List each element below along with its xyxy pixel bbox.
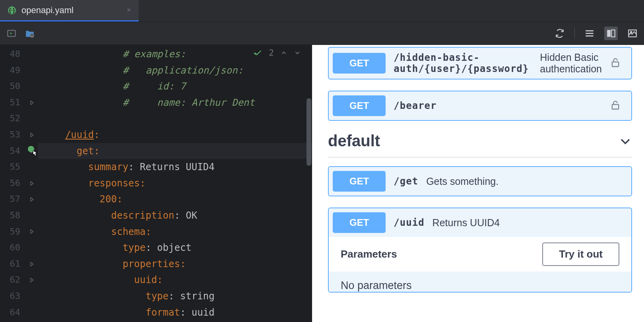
op-desc: Hidden Basic authentication (540, 52, 602, 75)
parameters-title: Parameters (341, 248, 397, 260)
editor-scrollbar-thumb[interactable] (306, 98, 311, 166)
code-line[interactable]: 200: (38, 191, 312, 208)
code-line[interactable]: # application/json: (38, 62, 312, 79)
code-line[interactable] (38, 111, 312, 127)
image-preview-icon[interactable] (627, 28, 638, 39)
line-number: 50 (0, 78, 26, 95)
op-desc: Gets something. (426, 176, 627, 187)
line-number: 53 (0, 127, 26, 143)
fold-marker (26, 46, 38, 62)
editor-toolbar (0, 22, 644, 45)
code-line[interactable]: type: string (38, 288, 312, 305)
line-number: 55 (0, 159, 26, 175)
lock-icon[interactable] (610, 57, 627, 70)
code-line[interactable]: schema: (38, 224, 312, 240)
code-line[interactable]: properties: (38, 256, 312, 272)
operation-block: GET /hidden-basic-auth/{user}/{password}… (328, 47, 632, 80)
op-path: /uuid (394, 217, 424, 228)
line-number-gutter: 4849505152535455565758596061626364 (0, 45, 26, 322)
method-badge: GET (333, 53, 386, 74)
code-line[interactable]: uuid: (38, 272, 312, 288)
swagger-preview-pane: GET /hidden-basic-auth/{user}/{password}… (312, 45, 644, 322)
svg-point-8 (630, 31, 632, 33)
op-block[interactable]: GET /get Gets something. (329, 167, 631, 196)
operation-block: GET /bearer (328, 91, 632, 121)
fold-marker[interactable] (26, 191, 38, 208)
run-config-icon[interactable] (6, 28, 17, 39)
code-line[interactable]: # name: Arthur Dent (38, 95, 312, 111)
svg-rect-6 (611, 30, 615, 37)
op-desc: Returns UUID4 (433, 217, 627, 229)
fold-gutter (26, 45, 38, 322)
fold-marker[interactable] (26, 175, 38, 192)
fold-marker (26, 111, 38, 127)
line-number: 48 (0, 46, 26, 62)
code-line[interactable]: /uuid: (38, 127, 312, 143)
try-it-out-button[interactable]: Try it out (542, 242, 619, 266)
line-number: 49 (0, 62, 26, 79)
op-block[interactable]: GET /uuid Returns UUID4 (329, 208, 631, 237)
fold-marker (26, 78, 38, 95)
mouse-cursor (30, 148, 39, 162)
no-parameters-text: No parameters (329, 272, 631, 292)
hamburger-menu-icon[interactable] (584, 28, 595, 39)
editor-pane: 4849505152535455565758596061626364 2 # e… (0, 45, 312, 322)
parameters-section: Parameters Try it out (329, 237, 631, 272)
line-number: 60 (0, 240, 26, 256)
op-path: /get (394, 176, 418, 187)
fold-marker (26, 62, 38, 79)
svg-rect-10 (612, 105, 619, 109)
fold-marker (26, 305, 38, 321)
op-block[interactable]: GET /bearer (329, 91, 631, 120)
code-line[interactable]: get: (38, 143, 312, 159)
fold-marker[interactable] (26, 256, 38, 272)
tab-bar: {·} openapi.yaml × (0, 0, 644, 22)
code-line[interactable]: format: uuid (38, 305, 312, 321)
inspection-count: 2 (269, 48, 274, 58)
inspection-widget[interactable]: 2 (254, 48, 301, 58)
fold-marker[interactable] (26, 95, 38, 111)
refresh-folder-icon[interactable] (25, 28, 35, 39)
fold-marker (26, 208, 38, 224)
workspace: 4849505152535455565758596061626364 2 # e… (0, 45, 644, 322)
code-line[interactable]: summary: Returns UUID4 (38, 159, 312, 175)
code-content[interactable]: 2 # examples: # application/json: # id: … (38, 45, 312, 322)
svg-point-1 (30, 33, 34, 38)
op-path: /hidden-basic-auth/{user}/{password} (394, 52, 532, 74)
fold-marker[interactable] (26, 127, 38, 143)
openapi-file-icon: {·} (8, 6, 16, 14)
line-number: 57 (0, 191, 26, 208)
tab-filename: openapi.yaml (21, 5, 74, 16)
operation-block: GET /uuid Returns UUID4 Parameters Try i… (328, 208, 632, 293)
fold-marker (26, 240, 38, 256)
code-line[interactable]: responses: (38, 175, 312, 192)
line-number: 51 (0, 95, 26, 111)
lock-icon[interactable] (610, 99, 627, 112)
line-number: 62 (0, 272, 26, 288)
svg-rect-5 (607, 30, 611, 37)
code-line[interactable]: description: OK (38, 208, 312, 224)
op-path: /bearer (394, 100, 436, 111)
section-title: default (328, 132, 380, 150)
op-block[interactable]: GET /hidden-basic-auth/{user}/{password}… (329, 48, 631, 79)
line-number: 54 (0, 143, 26, 159)
section-header-default[interactable]: default (328, 132, 632, 157)
svg-rect-9 (612, 62, 619, 67)
editor-tab-openapi[interactable]: {·} openapi.yaml × (0, 0, 139, 21)
code-line[interactable]: type: object (38, 240, 312, 256)
line-number: 59 (0, 224, 26, 240)
fold-marker[interactable] (26, 224, 38, 240)
fold-marker[interactable] (26, 272, 38, 288)
line-number: 58 (0, 208, 26, 224)
sync-icon[interactable] (555, 28, 565, 39)
close-icon[interactable]: × (127, 6, 131, 14)
method-badge: GET (333, 171, 386, 192)
split-view-icon[interactable] (604, 27, 618, 40)
code-line[interactable]: # id: 7 (38, 78, 312, 95)
line-number: 52 (0, 111, 26, 127)
method-badge: GET (333, 95, 386, 116)
fold-marker (26, 288, 38, 305)
chevron-down-icon (619, 134, 632, 148)
method-badge: GET (333, 212, 386, 233)
line-number: 63 (0, 288, 26, 305)
